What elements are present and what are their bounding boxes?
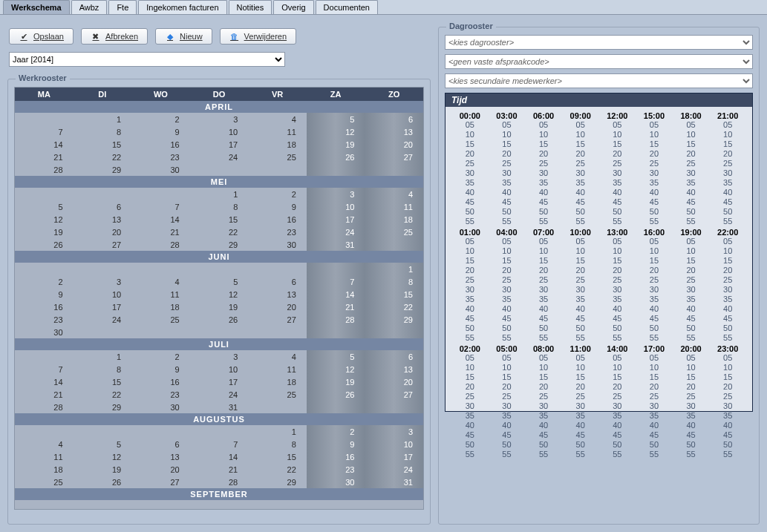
time-minute[interactable]: 25 <box>489 159 526 168</box>
calendar-day[interactable]: 17 <box>190 375 249 388</box>
time-minute[interactable]: 55 <box>709 217 746 226</box>
time-minute[interactable]: 40 <box>709 304 746 314</box>
time-hour[interactable]: 16:00 <box>636 226 673 237</box>
calendar-day[interactable]: 18 <box>131 301 190 313</box>
time-minute[interactable]: 50 <box>599 207 636 217</box>
time-hour[interactable]: 03:00 <box>489 110 526 120</box>
time-minute[interactable]: 10 <box>636 130 673 139</box>
time-minute[interactable]: 40 <box>709 188 746 197</box>
time-minute[interactable]: 10 <box>451 363 489 372</box>
time-minute[interactable]: 35 <box>451 411 489 421</box>
calendar-day[interactable]: 11 <box>248 363 307 375</box>
time-minute[interactable]: 10 <box>673 246 710 256</box>
time-minute[interactable]: 10 <box>451 246 489 256</box>
time-minute[interactable]: 30 <box>489 168 526 178</box>
time-minute[interactable]: 15 <box>489 139 526 149</box>
time-hour[interactable]: 09:00 <box>562 110 599 120</box>
calendar-day[interactable]: 11 <box>248 125 307 138</box>
calendar-day[interactable]: 7 <box>131 200 190 213</box>
calendar-day[interactable]: 22 <box>74 151 132 163</box>
calendar-day[interactable]: 29 <box>190 238 249 251</box>
calendar-day[interactable]: 22 <box>365 301 423 313</box>
time-minute[interactable]: 35 <box>673 178 710 188</box>
time-minute[interactable]: 25 <box>636 159 673 168</box>
time-minute[interactable]: 40 <box>562 421 599 430</box>
calendar-day[interactable]: 30 <box>248 238 307 251</box>
time-minute[interactable]: 05 <box>489 353 526 363</box>
time-minute[interactable]: 25 <box>709 159 746 168</box>
time-minute[interactable]: 45 <box>489 430 526 440</box>
time-minute[interactable]: 50 <box>451 440 489 450</box>
time-minute[interactable]: 55 <box>489 217 526 226</box>
calendar-day[interactable]: 24 <box>74 313 132 326</box>
calendar-day[interactable]: 15 <box>74 138 132 151</box>
time-minute[interactable]: 55 <box>451 217 489 226</box>
calendar-day[interactable]: 4 <box>365 188 423 200</box>
calendar-day[interactable]: 26 <box>307 388 365 401</box>
time-minute[interactable]: 15 <box>599 256 636 266</box>
time-minute[interactable]: 20 <box>709 382 746 392</box>
time-minute[interactable]: 15 <box>562 256 599 266</box>
time-minute[interactable]: 35 <box>636 178 673 188</box>
calendar-day[interactable]: 16 <box>131 138 190 151</box>
time-minute[interactable]: 50 <box>709 324 746 333</box>
time-minute[interactable]: 15 <box>599 139 636 149</box>
time-minute[interactable]: 10 <box>709 363 746 372</box>
time-minute[interactable]: 55 <box>599 450 636 459</box>
time-minute[interactable]: 45 <box>709 314 746 324</box>
calendar-day[interactable]: 10 <box>190 125 249 138</box>
time-minute[interactable]: 15 <box>636 372 673 382</box>
time-hour[interactable]: 20:00 <box>673 343 710 353</box>
time-minute[interactable]: 10 <box>489 246 526 256</box>
time-minute[interactable]: 50 <box>525 440 562 450</box>
calendar-day[interactable]: 21 <box>15 151 74 163</box>
calendar-day[interactable]: 13 <box>74 213 132 226</box>
time-minute[interactable]: 25 <box>709 392 746 401</box>
time-minute[interactable]: 10 <box>709 130 746 139</box>
time-minute[interactable]: 45 <box>709 197 746 207</box>
time-minute[interactable]: 55 <box>562 333 599 343</box>
time-minute[interactable]: 05 <box>636 237 673 246</box>
time-minute[interactable]: 30 <box>636 168 673 178</box>
time-minute[interactable]: 40 <box>489 188 526 197</box>
calendar-day[interactable]: 17 <box>307 213 365 226</box>
time-minute[interactable]: 50 <box>599 440 636 450</box>
time-hour[interactable]: 10:00 <box>562 226 599 237</box>
time-minute[interactable]: 15 <box>451 139 489 149</box>
time-minute[interactable]: 20 <box>525 266 562 275</box>
calendar-day[interactable]: 7 <box>15 125 74 138</box>
time-minute[interactable]: 30 <box>599 401 636 411</box>
calendar-day[interactable]: 4 <box>15 438 74 450</box>
time-minute[interactable]: 35 <box>562 178 599 188</box>
dagrooster-select-1[interactable]: <geen vaste afspraakcode> <box>445 54 753 69</box>
time-hour[interactable]: 15:00 <box>636 110 673 120</box>
time-minute[interactable]: 15 <box>673 372 710 382</box>
time-minute[interactable]: 20 <box>562 149 599 159</box>
calendar-day[interactable]: 3 <box>307 188 365 200</box>
time-minute[interactable]: 50 <box>525 324 562 333</box>
time-minute[interactable]: 15 <box>673 256 710 266</box>
time-minute[interactable]: 05 <box>451 237 489 246</box>
time-minute[interactable]: 25 <box>562 159 599 168</box>
time-minute[interactable]: 45 <box>636 430 673 440</box>
calendar-day[interactable]: 29 <box>74 163 132 176</box>
calendar-day[interactable]: 16 <box>131 375 190 388</box>
calendar-day[interactable]: 26 <box>190 313 249 326</box>
time-hour[interactable]: 11:00 <box>562 343 599 353</box>
time-minute[interactable]: 45 <box>599 430 636 440</box>
time-minute[interactable]: 05 <box>599 120 636 130</box>
time-minute[interactable]: 20 <box>451 382 489 392</box>
calendar-day[interactable]: 11 <box>365 200 423 213</box>
calendar-day[interactable]: 19 <box>307 138 365 151</box>
calendar-day[interactable]: 24 <box>190 388 249 401</box>
time-minute[interactable]: 15 <box>673 139 710 149</box>
tab-awbz[interactable]: Awbz <box>71 0 108 14</box>
calendar-day[interactable]: 28 <box>15 401 74 413</box>
time-minute[interactable]: 10 <box>709 246 746 256</box>
calendar-day[interactable]: 23 <box>131 388 190 401</box>
time-minute[interactable]: 50 <box>636 207 673 217</box>
calendar-day[interactable]: 23 <box>248 226 307 238</box>
time-minute[interactable]: 15 <box>562 372 599 382</box>
time-minute[interactable]: 10 <box>673 130 710 139</box>
calendar-day[interactable]: 15 <box>248 450 307 463</box>
